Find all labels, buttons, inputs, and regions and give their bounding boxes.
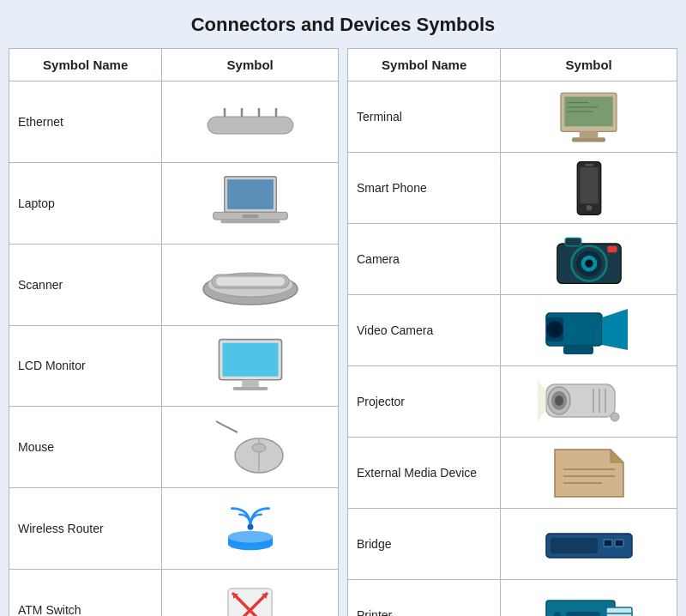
row-name: Bridge	[348, 509, 501, 580]
table-row: Mouse	[9, 407, 339, 488]
svg-point-53	[550, 324, 560, 335]
row-symbol	[501, 580, 677, 617]
row-symbol	[162, 244, 339, 325]
svg-rect-40	[580, 167, 598, 203]
row-symbol	[501, 82, 677, 153]
row-symbol	[162, 570, 339, 616]
page-title: Connectors and Devices Symbols	[191, 14, 496, 36]
projector-icon	[509, 371, 668, 432]
printer-icon	[509, 585, 668, 616]
table-row: ATM Switch	[9, 570, 339, 616]
row-name: LCD Monitor	[9, 325, 162, 407]
smart-phone-icon	[509, 158, 668, 218]
svg-rect-82	[566, 612, 600, 617]
row-symbol	[162, 407, 339, 488]
svg-point-64	[611, 413, 619, 421]
row-symbol	[501, 153, 677, 224]
row-name: Camera	[348, 224, 501, 295]
row-symbol	[501, 509, 677, 580]
left-table: Symbol Name Symbol Ethernet	[9, 48, 339, 616]
table-row: Scanner	[9, 244, 339, 325]
lcd-monitor-icon	[171, 335, 329, 396]
row-name: External Media Device	[348, 438, 501, 509]
svg-point-59	[555, 396, 563, 406]
row-symbol	[501, 438, 677, 509]
table-row: Printer	[348, 580, 677, 617]
svg-point-47	[585, 259, 593, 267]
table-row: External Media Device	[348, 438, 677, 509]
row-name: Laptop	[9, 162, 162, 244]
table-row: Camera	[348, 224, 677, 295]
svg-rect-6	[227, 179, 274, 209]
video-camera-icon	[509, 300, 668, 360]
right-table: Symbol Name Symbol Terminal	[347, 48, 677, 616]
left-col1-header: Symbol Name	[9, 49, 162, 82]
svg-rect-49	[607, 245, 617, 251]
row-name: Projector	[348, 366, 501, 438]
bridge-icon	[509, 514, 668, 574]
table-row: Smart Phone	[348, 153, 677, 224]
table-row: Projector	[348, 366, 677, 438]
table-row: Ethernet	[9, 82, 339, 163]
row-symbol	[162, 82, 339, 163]
svg-rect-16	[242, 380, 259, 387]
svg-point-24	[247, 524, 253, 530]
svg-rect-8	[220, 220, 280, 223]
right-col2-header: Symbol	[501, 49, 677, 82]
row-name: ATM Switch	[9, 570, 162, 616]
svg-rect-0	[208, 117, 293, 134]
svg-rect-35	[572, 137, 605, 142]
svg-rect-72	[615, 540, 623, 547]
mouse-icon	[171, 417, 329, 477]
svg-rect-42	[585, 164, 593, 166]
tables-container: Symbol Name Symbol Ethernet	[9, 48, 677, 616]
table-row: Wireless Router	[9, 488, 339, 570]
laptop-icon	[171, 173, 329, 233]
row-name: Wireless Router	[9, 488, 162, 570]
row-name: Video Camera	[348, 295, 501, 366]
right-col1-header: Symbol Name	[348, 49, 501, 82]
svg-point-20	[252, 444, 266, 452]
row-symbol	[501, 224, 677, 295]
row-symbol	[162, 325, 339, 407]
svg-rect-78	[606, 607, 632, 617]
row-name: Scanner	[9, 244, 162, 325]
row-name: Mouse	[9, 407, 162, 488]
terminal-icon	[509, 87, 668, 147]
svg-marker-66	[611, 450, 623, 462]
svg-rect-34	[580, 131, 599, 137]
svg-rect-48	[565, 238, 581, 245]
camera-icon	[509, 229, 668, 289]
external-media-icon	[509, 443, 668, 503]
atm-switch-icon	[171, 580, 329, 616]
svg-rect-9	[242, 214, 258, 218]
scanner-icon	[171, 255, 329, 315]
table-row: Video Camera	[348, 295, 677, 366]
row-symbol	[162, 162, 339, 244]
table-row: Terminal	[348, 82, 677, 153]
ethernet-icon	[171, 92, 329, 152]
row-name: Printer	[348, 580, 501, 617]
table-row: LCD Monitor	[9, 325, 339, 407]
wireless-router-icon	[171, 498, 329, 559]
row-name: Terminal	[348, 82, 501, 153]
row-name: Ethernet	[9, 82, 162, 163]
svg-rect-71	[604, 540, 612, 547]
svg-rect-55	[563, 346, 593, 354]
svg-point-41	[586, 205, 592, 211]
svg-marker-54	[602, 309, 628, 350]
table-row: Bridge	[348, 509, 677, 580]
row-symbol	[501, 295, 677, 366]
svg-rect-76	[551, 538, 598, 553]
row-name: Smart Phone	[348, 153, 501, 224]
svg-rect-17	[232, 387, 268, 390]
row-symbol	[501, 366, 677, 438]
svg-rect-13	[216, 277, 285, 286]
svg-point-23	[228, 530, 273, 542]
row-symbol	[162, 488, 339, 570]
svg-rect-15	[222, 343, 278, 377]
left-col2-header: Symbol	[162, 49, 339, 82]
svg-marker-60	[538, 380, 546, 421]
table-row: Laptop	[9, 162, 339, 244]
